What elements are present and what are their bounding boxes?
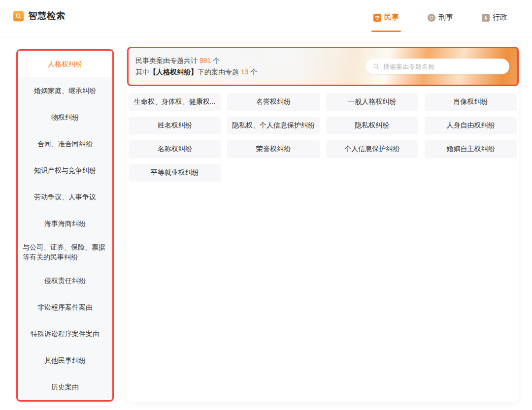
sidebar-item[interactable]: 合同、准合同纠纷 <box>18 130 112 157</box>
criminal-badge-icon <box>428 14 435 22</box>
topic-button[interactable]: 姓名权纠纷 <box>129 117 221 134</box>
header: 智慧检索 民事 刑事 <box>0 0 532 37</box>
sidebar-item[interactable]: 海事海商纠纷 <box>18 210 112 237</box>
tab-criminal[interactable]: 刑事 <box>428 13 453 22</box>
sidebar-item[interactable]: 侵权责任纠纷 <box>18 267 112 294</box>
topic-search-input[interactable] <box>383 63 502 70</box>
summary-text: 民事类案由专题共计 981 个 其中【人格权纠纷】下的案由专题 13 个 <box>135 55 257 78</box>
topic-button[interactable]: 个人信息保护纠纷 <box>326 140 418 158</box>
topic-button[interactable]: 荣誉权纠纷 <box>227 140 319 158</box>
topic-search-box[interactable] <box>366 59 509 74</box>
tab-bar: 民事 刑事 行政 <box>373 13 507 22</box>
tab-civil-label: 民事 <box>384 13 399 22</box>
sidebar-item[interactable]: 特殊诉讼程序案件案由 <box>18 320 112 347</box>
sidebar-item[interactable]: 婚姻家庭、继承纠纷 <box>18 77 112 104</box>
summary-line-2: 其中【人格权纠纷】下的案由专题 13 个 <box>135 66 257 78</box>
main-content-card: 民事类案由专题共计 981 个 其中【人格权纠纷】下的案由专题 13 个 生命权… <box>127 47 519 402</box>
topic-button[interactable]: 平等就业权纠纷 <box>129 164 221 182</box>
search-icon <box>373 63 380 70</box>
topic-grid: 生命权、身体权、健康权...名誉权纠纷一般人格权纠纷肖像权纠纷姓名权纠纷隐私权、… <box>129 93 517 182</box>
sidebar-item[interactable]: 物权纠纷 <box>18 104 112 130</box>
app-brand: 智慧检索 <box>13 10 66 22</box>
topic-button[interactable]: 隐私权纠纷 <box>326 117 418 134</box>
topic-button[interactable]: 名誉权纠纷 <box>227 93 319 111</box>
sidebar-item[interactable]: 其他民事纠纷 <box>18 347 112 374</box>
tab-civil[interactable]: 民事 <box>373 13 399 22</box>
civil-scales-icon <box>373 14 381 22</box>
summary-bar: 民事类案由专题共计 981 个 其中【人格权纠纷】下的案由专题 13 个 <box>127 47 519 86</box>
sidebar-item[interactable]: 非讼程序案件案由 <box>18 294 112 320</box>
selected-count: 13 <box>241 68 249 76</box>
total-count: 981 <box>200 57 211 64</box>
tab-admin[interactable]: 行政 <box>482 13 507 22</box>
tab-admin-label: 行政 <box>493 13 507 22</box>
topic-button[interactable]: 婚姻自主权纠纷 <box>425 140 517 158</box>
topic-button[interactable]: 人身自由权纠纷 <box>425 117 517 134</box>
tab-criminal-label: 刑事 <box>438 13 453 22</box>
topic-button[interactable]: 肖像权纠纷 <box>425 93 517 111</box>
smart-search-logo-icon <box>13 11 24 21</box>
admin-person-icon <box>482 14 490 22</box>
topic-button[interactable]: 隐私权、个人信息保护纠纷 <box>227 117 319 134</box>
sidebar-item[interactable]: 知识产权与竞争纠纷 <box>18 157 112 184</box>
sidebar-item[interactable]: 与公司、证券、保险、票据等有关的民事纠纷 <box>18 237 112 267</box>
topic-button[interactable]: 名称权纠纷 <box>129 140 221 158</box>
summary-line-1: 民事类案由专题共计 981 个 <box>135 55 257 66</box>
category-sidebar: 人格权纠纷婚姻家庭、继承纠纷物权纠纷合同、准合同纠纷知识产权与竞争纠纷劳动争议、… <box>16 49 114 402</box>
topic-button[interactable]: 一般人格权纠纷 <box>326 93 418 111</box>
topic-button[interactable]: 生命权、身体权、健康权... <box>129 93 221 111</box>
sidebar-item[interactable]: 历史案由 <box>18 374 112 400</box>
page-title: 智慧检索 <box>28 10 66 22</box>
sidebar-item[interactable]: 人格权纠纷 <box>18 51 112 77</box>
selected-category: 【人格权纠纷】 <box>149 68 198 76</box>
sidebar-item[interactable]: 劳动争议、人事争议 <box>18 184 112 210</box>
